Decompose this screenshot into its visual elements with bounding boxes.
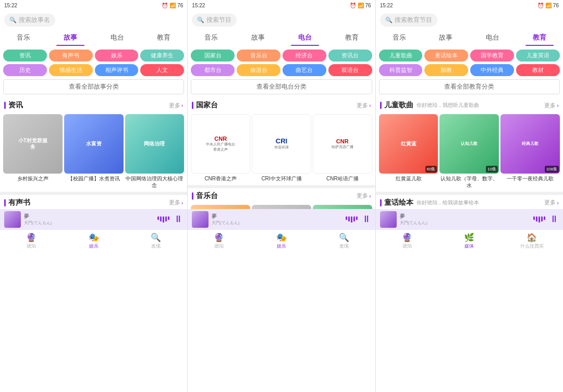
tonghua-more[interactable]: 更多: [544, 199, 559, 206]
story-tag-row-1: 资讯 有声书 娱乐 健康养生: [3, 50, 184, 62]
tag-shuangyu[interactable]: 双语台: [328, 64, 372, 76]
guojiatai-more[interactable]: 更多: [357, 102, 371, 109]
nav-label: 什么佳買买: [520, 243, 544, 250]
content-label: 认知儿歌（字母、数字、水: [439, 175, 499, 189]
tab-radio-2[interactable]: 电台: [282, 30, 328, 45]
yinyuetai-grid: 唯1音乐 唯一音示：播 FM99.9\nFM99.2 库豆音乐台示 ▶ 乌海交通…: [188, 203, 375, 209]
pause-button-2[interactable]: ⏸: [362, 214, 371, 225]
nav-hupo-1[interactable]: 🔮 琥珀: [0, 230, 63, 393]
list-item: 唯1音乐 唯一音示：播: [191, 205, 250, 209]
content-thumb[interactable]: FM99.9\nFM99.2: [252, 205, 311, 209]
content-thumb[interactable]: ▶: [313, 205, 372, 209]
tag-jiaocai[interactable]: 教材: [516, 64, 560, 76]
tag-zhongwai[interactable]: 中外经典: [470, 64, 514, 76]
status-time-3: 15:22: [380, 3, 393, 8]
tag-kepu[interactable]: 科普益智: [379, 64, 423, 76]
tag-yinyue[interactable]: 音乐台: [237, 50, 280, 62]
story-tabs: 音乐 故事 电台 教育: [0, 30, 187, 46]
content-thumb[interactable]: 唯1音乐: [191, 205, 250, 209]
content-thumb[interactable]: 认知儿歌 10集: [439, 114, 499, 174]
tag-zixun[interactable]: 资讯: [3, 50, 47, 62]
ertonggequ-more[interactable]: 更多: [544, 102, 559, 109]
player-controls-3[interactable]: ⏸: [533, 214, 559, 225]
player-info-2: 夢 天門(てんもん): [212, 213, 342, 226]
edu-search-bar: 🔍 搜索教育节目 ♥: [376, 10, 563, 30]
edu-search-placeholder: 搜索教育节目: [395, 16, 432, 24]
content-thumb[interactable]: 水富资: [64, 114, 124, 174]
tag-yingyu[interactable]: 儿童英语: [516, 50, 560, 62]
tag-youshu[interactable]: 有声书: [49, 50, 93, 62]
tab-edu-1[interactable]: 教育: [140, 30, 187, 45]
tab-story-2[interactable]: 故事: [235, 30, 282, 45]
list-item: CRI 华语环球 CRI中文环球广播: [252, 114, 311, 182]
content-thumb[interactable]: 红黄蓝 60集: [379, 114, 438, 174]
zixun-more[interactable]: 更多: [169, 102, 183, 109]
nav-label: 媒体: [464, 243, 474, 250]
guojiatai-grid: CNR 中央人民广播电台香港之声 CNR香港之声 CRI 华语环球 CRI中文环…: [188, 112, 375, 185]
yule-icon-2: 🎭: [276, 232, 287, 242]
tab-radio-3[interactable]: 电台: [469, 30, 516, 45]
nav-hupo-2[interactable]: 🔮 琥珀: [188, 230, 250, 393]
tag-ertonggequ[interactable]: 儿童歌曲: [379, 50, 423, 62]
radio-view-all[interactable]: 查看全部电台分类: [191, 79, 372, 94]
tag-guoxue[interactable]: 国学教育: [470, 50, 514, 62]
list-item: 水富资 【校园广播】水煮资讯: [64, 114, 124, 189]
jiamei-icon-3: 🏠: [527, 232, 537, 242]
nav-jiamei-3[interactable]: 🏠 什么佳買买: [500, 230, 563, 393]
tag-xiangsheng[interactable]: 相声评书: [95, 64, 139, 76]
edu-view-all[interactable]: 查看全部教育分类: [379, 79, 560, 94]
youshu-more[interactable]: 更多: [169, 199, 183, 206]
pause-button-1[interactable]: ⏸: [174, 214, 183, 225]
tag-quyi[interactable]: 曲艺台: [283, 64, 326, 76]
tag-jingji[interactable]: 经济台: [283, 50, 326, 62]
content-thumb[interactable]: CRI 华语环球: [252, 114, 311, 174]
bottom-nav-2: 🔮 琥珀 🎭 娱乐 🔍 发现: [188, 230, 375, 393]
story-content: 资讯 有声书 娱乐 健康养生 历史 情感生活 相声评书 人文 查看全部故事分类 …: [0, 46, 187, 209]
nav-yule-2[interactable]: 🎭 娱乐: [250, 230, 313, 393]
tab-edu-3[interactable]: 教育: [516, 30, 563, 45]
tag-guojia[interactable]: 国家台: [191, 50, 235, 62]
content-thumb[interactable]: CNR 中央人民广播电台香港之声: [191, 114, 250, 174]
tab-music-2[interactable]: 音乐: [188, 30, 235, 45]
tab-music-3[interactable]: 音乐: [376, 30, 423, 45]
edu-search-input[interactable]: 🔍 搜索教育节目: [380, 14, 437, 27]
story-search-input[interactable]: 🔍 搜索故事名: [4, 14, 55, 27]
nav-meiti-3[interactable]: 🌿 媒体: [438, 230, 500, 393]
content-thumb[interactable]: 网络治理: [125, 114, 185, 174]
player-thumb-1: [4, 211, 21, 228]
player-controls-1[interactable]: ⏸: [157, 214, 183, 225]
search-icon-3: 🔍: [385, 17, 393, 23]
yinyuetai-more[interactable]: 更多: [357, 192, 371, 200]
tag-dushi[interactable]: 都市台: [191, 64, 235, 76]
radio-tabs: 音乐 故事 电台 教育: [188, 30, 375, 46]
tag-jiankang[interactable]: 健康养生: [140, 50, 184, 62]
tag-tonghua[interactable]: 童话绘本: [424, 50, 468, 62]
player-controls-2[interactable]: ⏸: [346, 214, 371, 225]
tag-lvyou[interactable]: 旅游台: [237, 64, 280, 76]
tag-taijiao[interactable]: 胎教: [424, 64, 468, 76]
tag-zixun2[interactable]: 资讯台: [328, 50, 372, 62]
nav-faxian-2[interactable]: 🔍 发现: [313, 230, 375, 393]
tag-renwen[interactable]: 人文: [140, 64, 184, 76]
content-thumb[interactable]: CNR 哈萨克语广播: [313, 114, 372, 174]
content-thumb[interactable]: 小T村党群服务: [3, 114, 63, 174]
edu-tag-row-1: 儿童歌曲 童话绘本 国学教育 儿童英语: [379, 50, 560, 62]
content-label: CRI中文环球广播: [252, 175, 311, 182]
nav-faxian-1[interactable]: 🔍 发现: [125, 230, 188, 393]
content-thumb[interactable]: 经典儿歌 108集: [500, 114, 560, 174]
tag-yule[interactable]: 娱乐: [95, 50, 139, 62]
story-view-all[interactable]: 查看全部故事分类: [3, 79, 184, 94]
tab-music-1[interactable]: 音乐: [0, 30, 47, 45]
nav-yule-1[interactable]: 🎭 娱乐: [63, 230, 125, 393]
tab-story-1[interactable]: 故事: [47, 30, 94, 45]
pause-button-3[interactable]: ⏸: [549, 214, 559, 225]
radio-search-input[interactable]: 🔍 搜索节目: [192, 14, 237, 27]
nav-hupo-3[interactable]: 🔮 琥珀: [376, 230, 438, 393]
tag-qinggan[interactable]: 情感生活: [49, 64, 93, 76]
tab-edu-2[interactable]: 教育: [328, 30, 375, 45]
tab-story-3[interactable]: 故事: [422, 30, 469, 45]
battery-2: 76: [365, 3, 371, 8]
nav-label: 娱乐: [89, 243, 99, 250]
tag-lishi[interactable]: 历史: [3, 64, 47, 76]
tab-radio-1[interactable]: 电台: [94, 30, 141, 45]
